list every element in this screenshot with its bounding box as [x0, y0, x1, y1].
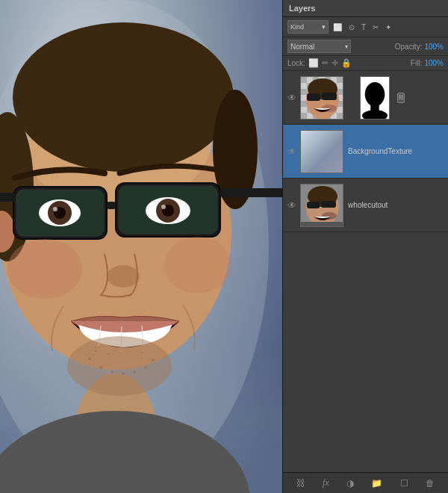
svg-rect-69	[307, 93, 320, 101]
mask-white-bg	[361, 77, 389, 119]
svg-point-37	[152, 359, 155, 362]
svg-rect-49	[301, 89, 307, 95]
opacity-label: Opacity:	[395, 43, 423, 51]
svg-rect-14	[0, 193, 15, 202]
lock-all-icon[interactable]: 🔒	[341, 58, 352, 68]
eye-icon: 👁	[287, 200, 296, 211]
svg-point-73	[365, 82, 385, 106]
visibility-toggle[interactable]: 👁	[286, 146, 298, 158]
panel-footer: ⛓ fx ◑ 📁 ☐ 🗑	[283, 472, 448, 493]
lock-pixel-icon[interactable]: ⬜	[308, 58, 319, 68]
svg-point-31	[89, 358, 91, 360]
filter-shape-icon[interactable]: ✂	[370, 22, 381, 32]
layer-item[interactable]: 👁	[283, 71, 448, 125]
svg-point-23	[161, 205, 166, 209]
blend-mode-row: Normal ▾ Opacity: 100%	[283, 37, 448, 56]
filter-pixel-icon[interactable]: ⬜	[331, 22, 344, 32]
visibility-toggle[interactable]: 👁	[286, 92, 298, 104]
svg-rect-42	[301, 77, 307, 83]
panel-title: Layers	[289, 4, 315, 13]
filter-adjust-icon[interactable]: ⊙	[346, 22, 357, 32]
filter-row: Kind ▾ ⬜ ⊙ T ✂ ✦	[283, 17, 448, 37]
svg-point-5	[13, 22, 234, 172]
fill-group: Fill: 100%	[411, 59, 444, 67]
blend-mode-value: Normal	[290, 43, 314, 51]
layers-list: 👁	[283, 71, 448, 472]
fx-icon[interactable]: fx	[323, 477, 329, 489]
svg-point-26	[164, 237, 231, 294]
new-layer-icon[interactable]: ☐	[400, 478, 408, 489]
svg-rect-15	[220, 188, 284, 197]
thumb-svg-2	[301, 185, 343, 227]
thumb-svg	[301, 77, 343, 120]
opacity-group: Opacity: 100%	[395, 43, 444, 51]
svg-rect-13	[107, 202, 116, 209]
svg-point-34	[122, 373, 125, 375]
layers-panel: Layers Kind ▾ ⬜ ⊙ T ✂ ✦ Normal ▾ Opacity…	[282, 0, 448, 493]
svg-point-25	[7, 239, 82, 299]
mask-svg	[361, 76, 389, 120]
layer-item[interactable]: 👁 wholecutout	[283, 179, 448, 232]
lock-move-icon[interactable]: ✛	[332, 58, 338, 68]
blend-mode-dropdown[interactable]: Normal ▾	[287, 40, 351, 53]
panel-header: Layers	[283, 0, 448, 17]
lock-row: Lock: ⬜ ✏ ✛ 🔒 Fill: 100%	[283, 56, 448, 71]
lock-group: Lock: ⬜ ✏ ✛ 🔒	[287, 58, 352, 68]
kind-chevron: ▾	[322, 23, 326, 31]
svg-rect-56	[301, 101, 307, 107]
svg-point-32	[100, 367, 102, 369]
svg-rect-80	[321, 201, 336, 208]
svg-rect-70	[322, 93, 337, 100]
svg-point-38	[95, 350, 96, 352]
layer-thumbnail	[300, 130, 343, 173]
svg-point-24	[107, 265, 140, 288]
fill-value[interactable]: 100%	[424, 59, 444, 67]
svg-point-33	[111, 371, 113, 373]
blend-chevron: ▾	[345, 43, 348, 50]
fill-label: Fill:	[411, 59, 423, 67]
kind-label: Kind	[290, 23, 304, 31]
link-layers-icon[interactable]: ⛓	[296, 478, 305, 489]
layer-name: wholecutout	[348, 201, 445, 209]
canvas-area	[0, 0, 284, 493]
svg-point-40	[141, 352, 143, 353]
svg-point-36	[145, 367, 147, 369]
eye-icon: 👁	[287, 93, 296, 103]
layer-mask-thumbnail	[360, 76, 390, 120]
layer-thumbnail	[300, 76, 343, 120]
new-group-icon[interactable]: 📁	[371, 478, 382, 489]
kind-dropdown[interactable]: Kind ▾	[287, 20, 329, 34]
texture-thumb	[301, 131, 343, 173]
eye-icon: 👁	[287, 146, 296, 157]
svg-rect-66	[337, 113, 343, 119]
layer-link-badge: ⛓	[397, 93, 405, 103]
face-svg	[0, 0, 284, 493]
lock-label: Lock:	[287, 59, 305, 67]
new-adjustment-icon[interactable]: ◑	[346, 478, 354, 489]
svg-point-35	[134, 371, 136, 373]
filter-smart-icon[interactable]: ✦	[383, 22, 393, 32]
svg-rect-63	[301, 113, 307, 119]
svg-point-39	[108, 353, 109, 355]
opacity-value[interactable]: 100%	[424, 43, 444, 51]
svg-point-19	[53, 207, 57, 211]
layer-item[interactable]: 👁 BackgroundTexture	[283, 125, 448, 179]
lock-draw-icon[interactable]: ✏	[322, 58, 329, 68]
svg-rect-79	[307, 202, 320, 208]
svg-point-30	[67, 336, 172, 396]
layer-name: BackgroundTexture	[348, 147, 445, 155]
visibility-toggle[interactable]: 👁	[286, 199, 298, 211]
delete-layer-icon[interactable]: 🗑	[426, 478, 435, 489]
layer-thumbnail	[300, 184, 343, 227]
filter-type-icon[interactable]: T	[359, 22, 368, 32]
svg-rect-82	[301, 222, 343, 227]
svg-rect-45	[337, 77, 343, 83]
